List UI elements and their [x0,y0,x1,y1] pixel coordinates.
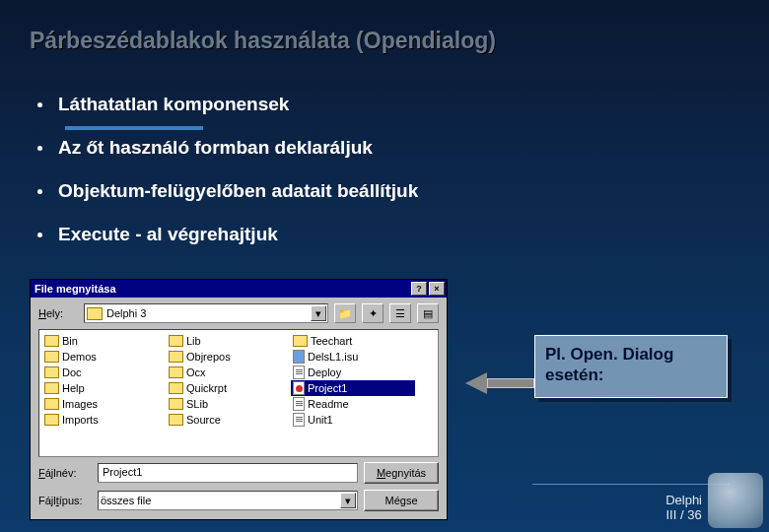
file-icon [293,413,305,427]
open-dialog-window: File megnyitása ? × Hely: Delphi 3 ▾ 📁 ✦… [30,279,448,520]
close-button[interactable]: × [429,282,445,296]
look-in-label: Hely: [38,307,78,319]
list-item[interactable]: Demos [42,349,167,365]
list-item[interactable]: Doc [42,365,167,380]
bullet-item: Láthatatlan komponensek [37,94,418,115]
title-underline [65,126,203,130]
footer: Delphi III / 36 [665,493,702,522]
folder-icon [44,414,59,426]
bullet-text: Execute - al végrehajtjuk [58,224,278,245]
list-item[interactable]: Images [42,396,167,412]
folder-icon [169,351,183,363]
slide-title: Párbeszédablakok használata (Opendialog) [30,28,496,54]
list-item-selected[interactable]: Project1 [291,380,415,396]
file-list[interactable]: Bin Demos Doc Help Images Imports Lib Ob… [38,329,439,457]
filetype-combo[interactable]: összes file ▾ [98,491,358,510]
list-item[interactable]: Imports [42,412,167,428]
list-item[interactable]: Lib [167,333,291,349]
cancel-button[interactable]: Mégse [364,490,439,511]
dialog-toolbar: Hely: Delphi 3 ▾ 📁 ✦ ☰ ▤ [31,298,447,327]
folder-icon [44,382,59,394]
list-item[interactable]: DelsL1.isu [291,349,415,365]
file-icon [293,381,305,395]
folder-icon [44,351,59,363]
footer-divider [532,484,730,485]
list-item[interactable]: Quickrpt [167,380,291,396]
filetype-label: Fájltípus: [38,495,92,506]
bullet-text: Objektum-felügyelőben adatait beállítjuk [58,180,418,202]
list-item[interactable]: Teechart [291,333,415,349]
list-item[interactable]: Unit1 [291,412,415,428]
list-view-icon[interactable]: ☰ [389,303,411,323]
bullet-item: Objektum-felügyelőben adatait beállítjuk [37,180,418,202]
folder-icon [169,382,183,394]
dialog-titlebar[interactable]: File megnyitása ? × [31,280,447,298]
list-item[interactable]: Objrepos [167,349,291,365]
folder-icon [293,335,308,347]
chevron-down-icon[interactable]: ▾ [311,305,326,321]
list-item[interactable]: Ocx [167,365,291,380]
help-button[interactable]: ? [411,282,427,296]
filetype-value: összes file [101,495,151,506]
up-folder-icon[interactable]: 📁 [334,303,356,323]
look-in-combo[interactable]: Delphi 3 ▾ [84,303,328,323]
bullet-text: Az őt használó formban deklaráljuk [58,137,373,159]
bullet-item: Az őt használó formban deklaráljuk [37,137,418,159]
bullet-item: Execute - al végrehajtjuk [37,224,418,245]
list-item[interactable]: Source [167,412,291,428]
list-item[interactable]: Help [42,380,167,396]
folder-icon [169,335,183,347]
folder-icon [87,307,103,320]
details-view-icon[interactable]: ▤ [417,303,439,323]
list-item[interactable]: SLib [167,396,291,412]
footer-text: III / 36 [665,507,702,522]
folder-icon [44,335,59,347]
list-item[interactable]: Bin [42,333,167,349]
callout-box: Pl. Open. Dialog esetén: [534,335,728,398]
folder-icon [169,398,183,410]
bullet-list: Láthatatlan komponensek Az őt használó f… [37,94,418,267]
look-in-value: Delphi 3 [106,307,146,319]
folder-icon [44,366,59,378]
callout-line: esetén: [545,365,717,385]
filename-input[interactable]: Project1 [98,463,358,483]
file-icon [293,366,305,379]
decorative-image [708,473,763,528]
bullet-text: Láthatatlan komponensek [58,94,289,115]
folder-icon [169,414,183,426]
dialog-title: File megnyitása [35,283,409,295]
arrow-icon [465,372,534,394]
list-item[interactable]: Readme [291,396,415,412]
list-item[interactable]: Deploy [291,365,415,380]
folder-icon [169,366,183,378]
open-button[interactable]: Megnyitás [364,462,439,484]
chevron-down-icon[interactable]: ▾ [340,493,356,508]
filename-label: Fájlnév: [38,467,92,479]
callout-line: Pl. Open. Dialog [545,344,717,365]
folder-icon [44,398,59,410]
file-icon [293,397,305,411]
new-folder-icon[interactable]: ✦ [362,303,384,323]
file-icon [293,350,305,364]
footer-text: Delphi [665,493,702,507]
